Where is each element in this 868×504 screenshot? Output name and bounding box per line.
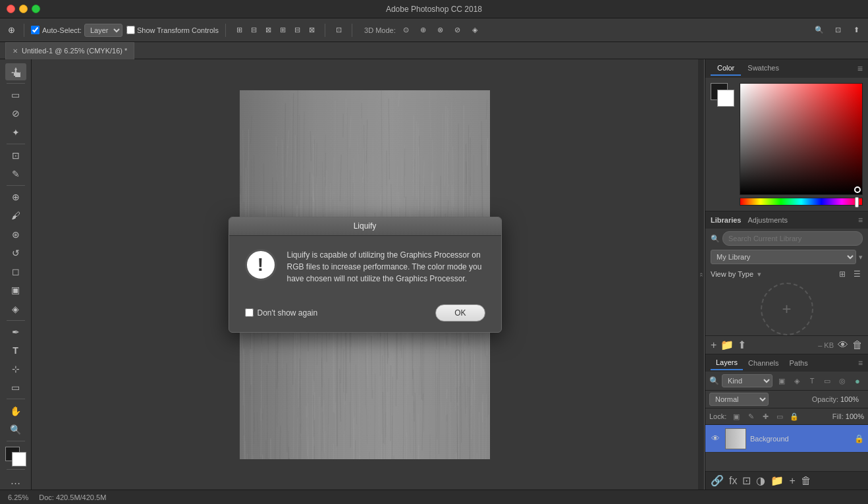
type-tool[interactable]: T [5,342,26,359]
3d-rotate-btn[interactable]: ⊙ [400,24,413,37]
crop-tool[interactable]: ⊡ [5,147,26,164]
library-folder-btn[interactable]: 📁 [720,339,734,351]
library-delete-btn[interactable]: 🗑 [852,339,863,351]
align-right-btn[interactable]: ⊠ [305,24,318,37]
hand-tool[interactable]: ✋ [5,402,26,419]
filter-pixel-btn[interactable]: ▣ [775,374,788,387]
quick-select-tool[interactable]: ✦ [5,124,26,141]
ok-button[interactable]: OK [435,304,485,322]
layers-delete-btn[interactable]: 🗑 [801,475,811,487]
layers-folder-btn[interactable]: 📁 [771,474,784,487]
gradient-tool[interactable]: ▣ [5,281,26,298]
share-btn[interactable]: ⬆ [850,24,863,37]
hue-marker[interactable] [855,197,859,208]
pen-tool[interactable]: ✒ [5,323,26,341]
path-select-tool[interactable]: ⊹ [5,360,26,378]
background-swatch[interactable] [717,90,734,107]
layers-link-btn[interactable]: 🔗 [711,474,724,487]
tab-close-icon[interactable]: ✕ [13,47,18,55]
move-tool[interactable]: ✛ [5,63,26,80]
search-icon: 🔍 [711,235,720,243]
hue-slider[interactable] [740,198,863,206]
tab-layers[interactable]: Layers [711,356,743,370]
lock-image-btn[interactable]: ✎ [745,410,757,422]
tab-adjustments[interactable]: Adjustments [747,216,788,224]
blur-tool[interactable]: ◈ [5,300,26,317]
clone-stamp-tool[interactable]: ⊛ [5,226,26,243]
color-gradient-picker[interactable] [740,83,863,195]
history-brush-tool[interactable]: ↺ [5,244,26,262]
maximize-button[interactable] [32,5,40,13]
tab-paths[interactable]: Paths [784,356,813,370]
distribute-btn[interactable]: ⊡ [332,24,345,37]
zoom-tool[interactable]: 🔍 [5,421,26,438]
libraries-panel: Libraries Adjustments ≡ 🔍 My Library ▾ V… [705,211,868,354]
3d-scale-btn[interactable]: ⊘ [451,24,464,37]
align-bottom-btn[interactable]: ⊠ [261,24,275,37]
tab-color[interactable]: Color [711,61,741,76]
view-by-arrow[interactable]: ▾ [757,270,761,279]
eyedropper-tool[interactable]: ✎ [5,165,26,182]
library-add-btn[interactable]: + [711,339,717,351]
align-top-btn[interactable]: ⊞ [232,24,246,37]
filter-type-btn[interactable]: T [805,374,819,387]
3d-extra-btn[interactable]: ◈ [468,24,481,37]
library-size: – KB [818,341,834,349]
tab-channels[interactable]: Channels [743,356,784,370]
align-center-btn[interactable]: ⊟ [247,24,260,37]
auto-select-checkbox[interactable] [31,26,40,34]
layer-dropdown[interactable]: Layer [84,24,122,37]
marquee-rect-tool[interactable]: ▭ [5,86,26,103]
libraries-options[interactable]: ≡ [858,215,863,225]
lasso-tool[interactable]: ⊘ [5,105,26,122]
close-button[interactable] [7,5,15,13]
filter-adjustment-btn[interactable]: ◈ [790,374,803,387]
minimize-button[interactable] [19,5,28,13]
tab-swatches[interactable]: Swatches [741,61,786,76]
filter-shape-btn[interactable]: ▭ [821,374,834,387]
background-color[interactable] [12,452,26,466]
move-tool-icon[interactable]: ⊕ [5,24,17,36]
transform-controls-checkbox[interactable] [126,26,135,34]
3d-pan-btn[interactable]: ⊕ [417,24,430,37]
layer-item[interactable]: 👁 Background 🔒 [705,425,868,453]
3d-slide-btn[interactable]: ⊗ [434,24,447,37]
more-tools[interactable]: … [5,472,26,490]
library-upload-btn[interactable]: ⬆ [738,339,746,351]
eraser-tool[interactable]: ◻ [5,263,26,280]
layers-new-btn[interactable]: + [789,475,795,487]
brush-tool[interactable]: 🖌 [5,207,26,224]
layers-options[interactable]: ≡ [858,358,863,368]
library-select[interactable]: My Library [711,250,856,264]
lock-transparent-btn[interactable]: ▣ [730,410,742,422]
lock-all-btn[interactable]: 🔒 [788,410,800,422]
lock-artboard-btn[interactable]: ▭ [774,410,786,422]
blend-mode-select[interactable]: Normal [709,393,769,406]
library-search-input[interactable] [722,231,863,246]
healing-brush-tool[interactable]: ⊕ [5,188,26,206]
align-left-btn[interactable]: ⊞ [276,24,289,37]
shape-tool[interactable]: ▭ [5,379,26,396]
list-view-btn[interactable]: ☰ [851,268,863,280]
dont-show-checkbox[interactable] [245,308,254,317]
layers-adjustment-btn[interactable]: ◑ [756,474,765,487]
layer-visibility-toggle[interactable]: 👁 [709,433,721,445]
layers-mask-btn[interactable]: ⊡ [742,474,751,487]
gradient-handle[interactable] [854,186,861,193]
filter-toggle-btn[interactable]: ● [851,374,864,387]
color-swatch-selector[interactable] [711,83,734,107]
dont-show-label[interactable]: Don't show again [258,308,318,318]
layers-fx-btn[interactable]: fx [729,475,737,487]
library-eye-btn[interactable]: 👁 [838,339,848,351]
right-panel-collapse[interactable]: ‹‹ [698,59,705,490]
fg-bg-color-selector[interactable] [5,447,26,466]
workspace-btn[interactable]: ⊡ [831,24,844,37]
layer-kind-select[interactable]: Kind [722,374,773,387]
align-middle-btn[interactable]: ⊟ [290,24,304,37]
lock-position-btn[interactable]: ✚ [759,410,771,422]
document-tab[interactable]: ✕ Untitled-1 @ 6.25% (CMYK/16) * [5,42,134,59]
color-panel-options[interactable]: ≡ [857,63,863,74]
grid-view-btn[interactable]: ⊞ [836,268,848,280]
filter-smart-btn[interactable]: ◎ [836,374,849,387]
search-btn[interactable]: 🔍 [813,24,826,37]
